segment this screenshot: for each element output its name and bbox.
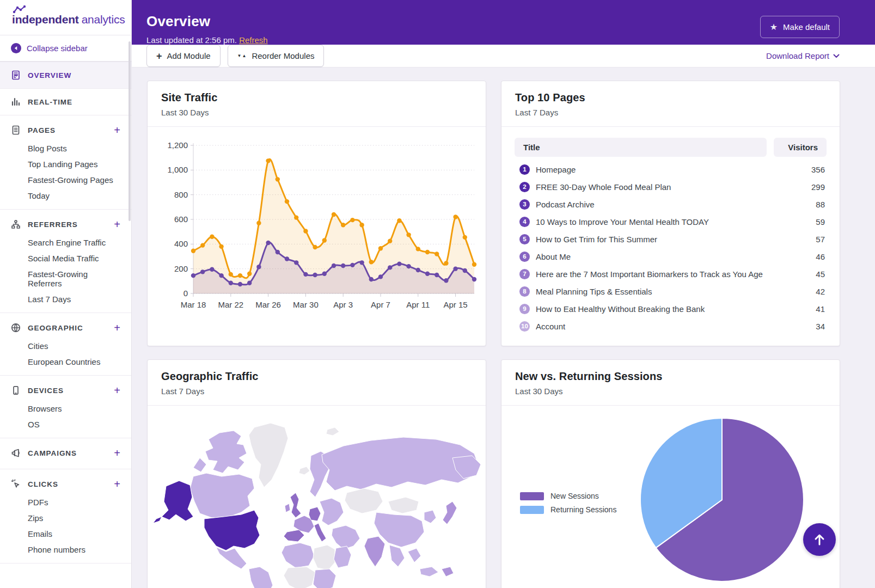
geographic-subtitle: Last 7 Days bbox=[161, 387, 472, 396]
page-title-link[interactable]: How to Eat Healthy Without Breaking the … bbox=[536, 304, 776, 314]
svg-text:Mar 18: Mar 18 bbox=[181, 300, 206, 309]
sidebar-item-pages[interactable]: PAGES + bbox=[0, 119, 131, 140]
sidebar-item-real-time[interactable]: REAL-TIME bbox=[0, 89, 131, 115]
page-header: Overview Last updated at 2:56 pm. Refres… bbox=[132, 0, 875, 45]
sidebar-subitem-european-countries[interactable]: European Countries bbox=[0, 354, 131, 370]
rank-badge: 4 bbox=[519, 217, 530, 227]
pie-legend: New Sessions Returning Sessions bbox=[520, 492, 616, 514]
top-pages-module: Top 10 Pages Last 7 Days Title Visitors … bbox=[501, 81, 840, 346]
page-title-link[interactable]: Meal Planning Tips & Essentials bbox=[536, 287, 776, 296]
page-title-link[interactable]: Homepage bbox=[536, 165, 776, 174]
visitors-value: 299 bbox=[776, 182, 825, 192]
refresh-link[interactable]: Refresh bbox=[239, 35, 268, 45]
svg-text:Apr 15: Apr 15 bbox=[443, 300, 467, 309]
visitors-value: 88 bbox=[776, 200, 825, 209]
sidebar-section-campaigns: CAMPAIGNS + bbox=[0, 438, 131, 469]
last-updated-text: Last updated at 2:56 pm. Refresh bbox=[146, 35, 268, 45]
modules-grid: Site Traffic Last 30 Days 1,2001,0008006… bbox=[132, 68, 875, 588]
sidebar-subitem-top-landing-pages[interactable]: Top Landing Pages bbox=[0, 156, 131, 172]
sidebar-section-geographic: GEOGRAPHIC +CitiesEuropean Countries bbox=[0, 313, 131, 376]
scroll-to-top-button[interactable] bbox=[803, 523, 836, 556]
sidebar-subitem-blog-posts[interactable]: Blog Posts bbox=[0, 140, 131, 156]
add-clicks-report-button[interactable]: + bbox=[114, 480, 120, 488]
sessions-chart: New Sessions Returning Sessions bbox=[501, 406, 840, 588]
make-default-button[interactable]: ★ Make default bbox=[760, 16, 840, 38]
megaphone-icon bbox=[11, 448, 21, 458]
sidebar-subitem-cities[interactable]: Cities bbox=[0, 338, 131, 354]
bar-chart-icon bbox=[11, 97, 21, 107]
add-campaigns-report-button[interactable]: + bbox=[114, 449, 120, 457]
rank-badge: 3 bbox=[519, 199, 530, 210]
sidebar-subitem-emails[interactable]: Emails bbox=[0, 526, 131, 542]
page-title-link[interactable]: Podcast Archive bbox=[536, 200, 776, 209]
sidebar-subitem-phone-numbers[interactable]: Phone numbers bbox=[0, 542, 131, 558]
column-header-title[interactable]: Title bbox=[515, 138, 767, 157]
visitors-value: 59 bbox=[776, 217, 825, 226]
visitors-value: 57 bbox=[776, 235, 825, 244]
table-row-3: 3 Podcast Archive 88 bbox=[515, 195, 827, 213]
site-traffic-module: Site Traffic Last 30 Days 1,2001,0008006… bbox=[147, 81, 486, 346]
rank-badge: 2 bbox=[519, 182, 530, 192]
reorder-modules-button[interactable]: ▼▲ Reorder Modules bbox=[228, 45, 325, 67]
svg-text:Mar 30: Mar 30 bbox=[293, 300, 319, 309]
svg-text:0: 0 bbox=[183, 289, 188, 298]
add-pages-report-button[interactable]: + bbox=[114, 126, 120, 134]
toolbar: + Add Module ▼▲ Reorder Modules Download… bbox=[132, 45, 875, 68]
page-title-link[interactable]: 10 Ways to Improve Your Mental Health TO… bbox=[536, 217, 776, 226]
world-map[interactable] bbox=[148, 406, 486, 588]
page-title-link[interactable]: About Me bbox=[536, 252, 776, 261]
svg-text:200: 200 bbox=[174, 264, 188, 273]
sidebar-item-overview[interactable]: OVERVIEW bbox=[0, 62, 131, 89]
sidebar-item-referrers[interactable]: REFERRERS + bbox=[0, 213, 131, 235]
svg-text:600: 600 bbox=[174, 215, 188, 224]
page-title-link[interactable]: How to Get Trim for This Summer bbox=[536, 235, 776, 244]
sessions-module: New vs. Returning Sessions Last 30 Days … bbox=[501, 359, 840, 588]
table-row-6: 6 About Me 46 bbox=[515, 248, 827, 265]
sidebar-scrollbar[interactable] bbox=[129, 41, 131, 221]
sitemap-icon bbox=[11, 219, 21, 229]
app-logo[interactable]: independentanalytics bbox=[0, 0, 131, 35]
page-title-link[interactable]: Account bbox=[536, 322, 776, 331]
sidebar-subitem-fastest-growing-referrers[interactable]: Fastest-Growing Referrers bbox=[0, 266, 131, 291]
top-pages-table: Title Visitors 1 Homepage 3562 FREE 30-D… bbox=[501, 127, 840, 346]
sidebar-subitem-zips[interactable]: Zips bbox=[0, 510, 131, 526]
visitors-value: 42 bbox=[776, 287, 825, 296]
geographic-title: Geographic Traffic bbox=[161, 370, 472, 383]
sidebar-subitem-fastest-growing-pages[interactable]: Fastest-Growing Pages bbox=[0, 172, 131, 188]
table-row-4: 4 10 Ways to Improve Your Mental Health … bbox=[515, 213, 827, 230]
page-title-link[interactable]: FREE 30-Day Whole Food Meal Plan bbox=[536, 182, 776, 192]
sidebar-item-clicks[interactable]: CLICKS + bbox=[0, 473, 131, 494]
sidebar-item-campaigns[interactable]: CAMPAIGNS + bbox=[0, 442, 131, 463]
sidebar-subitem-social-media-traffic[interactable]: Social Media Traffic bbox=[0, 250, 131, 266]
legend-swatch bbox=[520, 506, 544, 514]
page-title-link[interactable]: Here are the 7 Most Important Biomarkers… bbox=[536, 270, 776, 279]
column-header-visitors[interactable]: Visitors bbox=[774, 138, 827, 157]
svg-text:800: 800 bbox=[174, 190, 188, 199]
cursor-click-icon bbox=[11, 479, 21, 489]
svg-text:Mar 22: Mar 22 bbox=[218, 300, 243, 309]
sidebar-subitem-today[interactable]: Today bbox=[0, 188, 131, 204]
chevron-down-icon bbox=[833, 54, 840, 58]
sidebar-subitem-os[interactable]: OS bbox=[0, 416, 131, 432]
legend-swatch bbox=[520, 492, 544, 500]
sidebar-subitem-search-engine-traffic[interactable]: Search Engine Traffic bbox=[0, 235, 131, 250]
sidebar-subitem-last-7-days[interactable]: Last 7 Days bbox=[0, 291, 131, 307]
sidebar-item-geographic[interactable]: GEOGRAPHIC + bbox=[0, 316, 131, 338]
svg-text:1,000: 1,000 bbox=[167, 165, 188, 174]
add-referrers-report-button[interactable]: + bbox=[114, 220, 120, 228]
logo-text: independentanalytics bbox=[12, 13, 120, 26]
add-module-button[interactable]: + Add Module bbox=[146, 45, 221, 67]
legend-item-new-sessions: New Sessions bbox=[520, 492, 616, 500]
add-geographic-report-button[interactable]: + bbox=[114, 324, 120, 332]
site-traffic-chart: 1,2001,0008006004002000Mar 18Mar 22Mar 2… bbox=[148, 127, 486, 320]
sidebar-item-devices[interactable]: DEVICES + bbox=[0, 379, 131, 401]
download-report-button[interactable]: Download Report bbox=[766, 51, 840, 60]
collapse-sidebar-button[interactable]: Collapse sidebar bbox=[0, 35, 131, 62]
legend-item-returning-sessions: Returning Sessions bbox=[520, 505, 616, 514]
add-devices-report-button[interactable]: + bbox=[114, 387, 120, 394]
table-row-1: 1 Homepage 356 bbox=[515, 161, 827, 178]
sidebar-subitem-pdfs[interactable]: PDFs bbox=[0, 494, 131, 510]
table-row-10: 10 Account 34 bbox=[515, 317, 827, 335]
sidebar-subitem-browsers[interactable]: Browsers bbox=[0, 401, 131, 416]
svg-text:Apr 11: Apr 11 bbox=[406, 300, 430, 309]
